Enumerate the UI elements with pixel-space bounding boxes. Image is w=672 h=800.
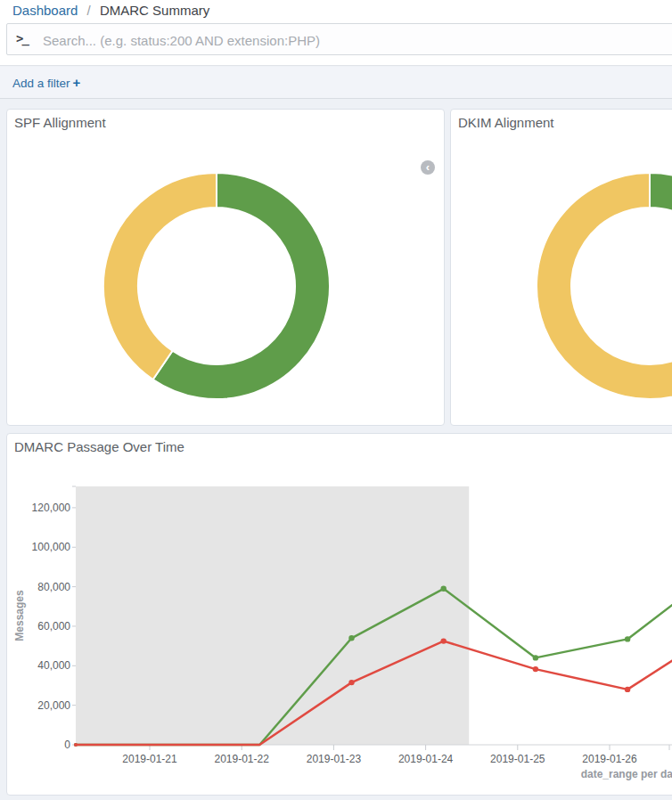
shaded-region bbox=[76, 486, 469, 745]
y-tick-label: 60,000 bbox=[37, 620, 70, 633]
donut-slice-green[interactable] bbox=[650, 173, 672, 215]
y-tick-label: 40,000 bbox=[37, 659, 70, 672]
dashboard-page: Dashboard / DMARC Summary >_ Add a filte… bbox=[0, 0, 672, 800]
panel-spf-allignment: SPF Allignment ‹ bbox=[6, 109, 445, 426]
panel-dmarc-passage-over-time: DMARC Passage Over Time 020,00040,00060,… bbox=[6, 433, 672, 796]
panel-title-dkim: DKIM Alignment bbox=[458, 115, 554, 130]
y-tick-label: 80,000 bbox=[37, 581, 70, 593]
x-tick-label: 2019-01-21 bbox=[122, 753, 177, 765]
point-marker-green[interactable] bbox=[441, 586, 447, 592]
point-marker-red[interactable] bbox=[441, 638, 447, 643]
y-tick-label: 20,000 bbox=[37, 699, 70, 712]
y-tick-label: 120,000 bbox=[32, 502, 71, 514]
x-tick-label: 2019-01-25 bbox=[490, 753, 545, 765]
point-marker-green[interactable] bbox=[348, 635, 354, 641]
chevron-left-icon: ‹ bbox=[421, 160, 435, 174]
y-tick-label: 0 bbox=[64, 739, 70, 751]
breadcrumb: Dashboard / DMARC Summary bbox=[12, 3, 209, 18]
legend-toggle-button[interactable]: ‹ bbox=[421, 160, 435, 175]
x-tick-label: 2019-01-23 bbox=[307, 753, 362, 765]
point-marker-red[interactable] bbox=[348, 680, 354, 685]
search-input[interactable] bbox=[41, 25, 672, 55]
header: Dashboard / DMARC Summary >_ bbox=[0, 0, 672, 66]
dashboard-grid: SPF Allignment ‹ DKIM Alignment DMARC Pa… bbox=[0, 100, 672, 800]
search-box: >_ bbox=[6, 23, 672, 55]
breadcrumb-separator: / bbox=[87, 3, 91, 18]
add-filter-link[interactable]: Add a filter+ bbox=[12, 75, 80, 90]
breadcrumb-current-page: DMARC Summary bbox=[100, 3, 209, 18]
x-tick-label: 2019-01-24 bbox=[398, 753, 454, 765]
panel-title-spf: SPF Allignment bbox=[14, 115, 106, 130]
point-marker-green[interactable] bbox=[625, 636, 630, 641]
spf-donut-chart[interactable] bbox=[102, 172, 331, 400]
point-marker-red[interactable] bbox=[625, 687, 630, 692]
filter-bar: Add a filter+ bbox=[0, 67, 672, 99]
add-filter-label: Add a filter bbox=[12, 77, 70, 90]
dmarc-line-chart[interactable]: 020,00040,00060,00080,000100,000120,0002… bbox=[7, 434, 672, 796]
x-tick-label: 2019-01-22 bbox=[215, 753, 270, 765]
point-marker-green[interactable] bbox=[533, 655, 538, 660]
terminal-prompt-icon: >_ bbox=[16, 31, 28, 45]
y-tick-label: 100,000 bbox=[32, 541, 71, 553]
y-axis-title: Messages bbox=[13, 590, 26, 641]
x-axis-title: date_range per da bbox=[581, 768, 672, 780]
point-marker-red[interactable] bbox=[74, 743, 78, 747]
panel-dkim-alignment: DKIM Alignment bbox=[450, 109, 672, 426]
donut-slice-yellow[interactable] bbox=[103, 173, 217, 380]
point-marker-red[interactable] bbox=[533, 666, 538, 672]
dkim-donut-chart[interactable] bbox=[536, 172, 672, 400]
plus-icon: + bbox=[73, 75, 81, 90]
breadcrumb-dashboard-link[interactable]: Dashboard bbox=[12, 3, 78, 18]
x-tick-label: 2019-01-26 bbox=[582, 753, 637, 765]
